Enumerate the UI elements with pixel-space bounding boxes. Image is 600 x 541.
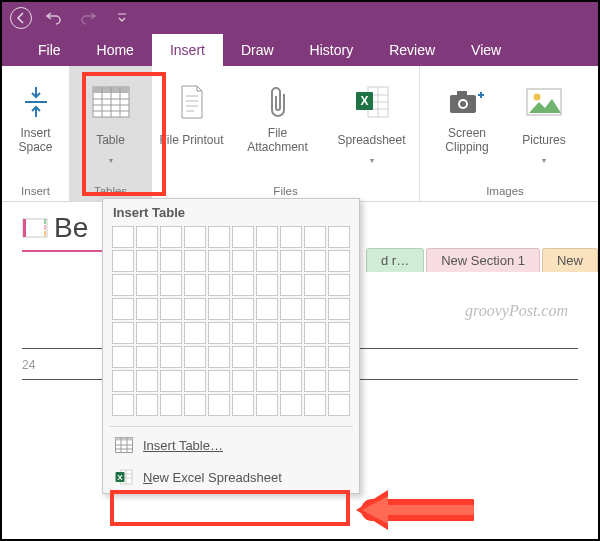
grid-cell[interactable] [328,346,350,368]
grid-cell[interactable] [208,394,230,416]
grid-cell[interactable] [232,250,254,272]
grid-cell[interactable] [136,394,158,416]
grid-cell[interactable] [136,250,158,272]
grid-cell[interactable] [184,394,206,416]
grid-cell[interactable] [232,274,254,296]
grid-cell[interactable] [304,322,326,344]
grid-cell[interactable] [184,322,206,344]
grid-cell[interactable] [280,298,302,320]
grid-cell[interactable] [280,250,302,272]
grid-cell[interactable] [136,298,158,320]
grid-cell[interactable] [160,226,182,248]
grid-cell[interactable] [304,226,326,248]
spreadsheet-button[interactable]: X Spreadsheet ▾ [327,78,417,169]
grid-cell[interactable] [112,346,134,368]
grid-cell[interactable] [208,298,230,320]
grid-cell[interactable] [256,274,278,296]
tab-file[interactable]: File [20,34,79,66]
grid-cell[interactable] [184,250,206,272]
grid-cell[interactable] [280,370,302,392]
grid-cell[interactable] [136,346,158,368]
grid-cell[interactable] [304,370,326,392]
grid-cell[interactable] [160,322,182,344]
grid-cell[interactable] [112,370,134,392]
insert-table-menuitem[interactable]: Insert Table… [103,429,359,461]
grid-cell[interactable] [256,346,278,368]
grid-cell[interactable] [280,226,302,248]
file-attachment-button[interactable]: File Attachment [235,78,321,160]
grid-cell[interactable] [232,394,254,416]
grid-cell[interactable] [304,346,326,368]
grid-cell[interactable] [112,298,134,320]
grid-cell[interactable] [160,250,182,272]
tab-view[interactable]: View [453,34,519,66]
grid-cell[interactable] [232,298,254,320]
grid-cell[interactable] [112,274,134,296]
grid-cell[interactable] [232,226,254,248]
section-tab[interactable]: New Section 1 [426,248,540,272]
grid-cell[interactable] [328,298,350,320]
grid-cell[interactable] [232,370,254,392]
grid-cell[interactable] [256,394,278,416]
grid-cell[interactable] [304,394,326,416]
grid-cell[interactable] [208,370,230,392]
tab-review[interactable]: Review [371,34,453,66]
grid-cell[interactable] [208,346,230,368]
grid-cell[interactable] [184,370,206,392]
grid-cell[interactable] [160,394,182,416]
tab-history[interactable]: History [292,34,372,66]
grid-cell[interactable] [280,394,302,416]
grid-cell[interactable] [208,274,230,296]
section-tab[interactable]: d r… [366,248,424,272]
back-button[interactable] [10,7,32,29]
undo-button[interactable] [42,6,66,30]
tab-home[interactable]: Home [79,34,152,66]
grid-cell[interactable] [280,274,302,296]
tab-insert[interactable]: Insert [152,34,223,66]
grid-cell[interactable] [160,298,182,320]
insert-space-button[interactable]: Insert Space [3,78,69,160]
grid-cell[interactable] [256,250,278,272]
grid-cell[interactable] [160,370,182,392]
table-size-grid[interactable] [103,226,359,424]
redo-button[interactable] [76,6,100,30]
grid-cell[interactable] [304,298,326,320]
grid-cell[interactable] [136,226,158,248]
grid-cell[interactable] [328,226,350,248]
tab-draw[interactable]: Draw [223,34,292,66]
grid-cell[interactable] [160,274,182,296]
grid-cell[interactable] [160,346,182,368]
grid-cell[interactable] [232,322,254,344]
grid-cell[interactable] [184,298,206,320]
grid-cell[interactable] [208,250,230,272]
grid-cell[interactable] [256,370,278,392]
grid-cell[interactable] [184,346,206,368]
table-button[interactable]: Table ▾ [78,78,144,169]
grid-cell[interactable] [136,274,158,296]
screen-clipping-button[interactable]: Screen Clipping [431,78,503,160]
grid-cell[interactable] [232,346,254,368]
grid-cell[interactable] [112,226,134,248]
pictures-button[interactable]: Pictures ▾ [509,78,579,169]
grid-cell[interactable] [256,226,278,248]
grid-cell[interactable] [136,370,158,392]
file-printout-button[interactable]: File Printout [155,78,229,160]
grid-cell[interactable] [136,322,158,344]
grid-cell[interactable] [304,274,326,296]
section-tab[interactable]: New [542,248,598,272]
grid-cell[interactable] [304,250,326,272]
grid-cell[interactable] [328,370,350,392]
grid-cell[interactable] [256,298,278,320]
new-excel-spreadsheet-menuitem[interactable]: X New Excel Spreadsheet [103,461,359,493]
grid-cell[interactable] [208,226,230,248]
grid-cell[interactable] [280,322,302,344]
grid-cell[interactable] [184,226,206,248]
grid-cell[interactable] [112,250,134,272]
grid-cell[interactable] [112,322,134,344]
grid-cell[interactable] [328,250,350,272]
grid-cell[interactable] [328,274,350,296]
grid-cell[interactable] [280,346,302,368]
grid-cell[interactable] [328,394,350,416]
grid-cell[interactable] [112,394,134,416]
grid-cell[interactable] [256,322,278,344]
